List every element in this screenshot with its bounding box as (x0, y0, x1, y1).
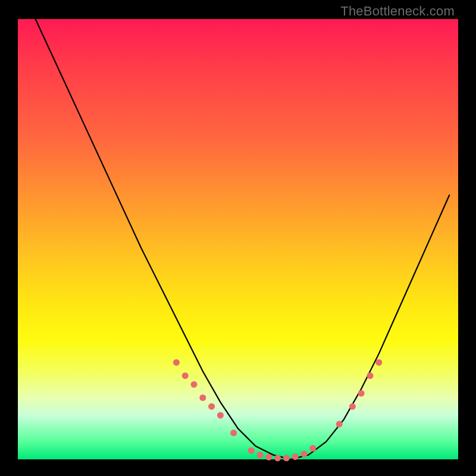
data-marker (199, 394, 206, 401)
data-marker (309, 445, 316, 452)
data-marker (217, 412, 224, 419)
data-marker (292, 453, 299, 460)
data-marker (367, 372, 374, 379)
data-marker (283, 455, 290, 461)
data-marker (173, 359, 180, 366)
data-marker (336, 421, 343, 427)
watermark-text: TheBottleneck.com (340, 4, 455, 19)
data-marker (208, 403, 215, 410)
data-marker (301, 451, 308, 458)
data-marker (349, 403, 356, 410)
data-marker (182, 372, 189, 379)
chart-svg (18, 19, 458, 459)
data-marker (375, 359, 382, 366)
data-marker (248, 447, 255, 454)
data-marker (230, 430, 237, 436)
chart-frame (18, 19, 458, 459)
data-marker (265, 454, 272, 461)
bottleneck-curve (36, 19, 450, 459)
data-marker (358, 390, 365, 397)
data-marker (257, 452, 264, 458)
data-marker (191, 381, 198, 388)
data-marker (274, 455, 281, 461)
